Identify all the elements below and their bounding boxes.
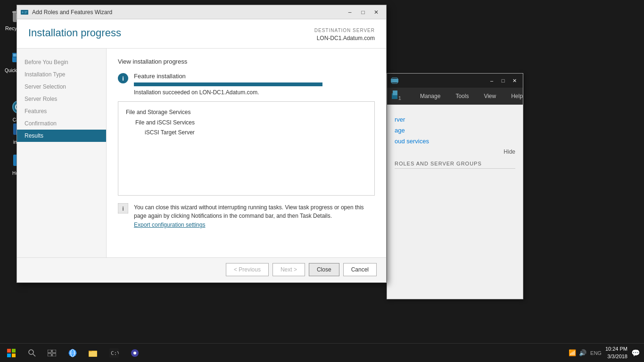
server-manager-content: rver age oud services Hide ROLES AND SER… — [387, 105, 523, 176]
note-text: You can close this wizard without interr… — [134, 203, 375, 220]
destination-value: LON-DC1.Adatum.com — [314, 34, 375, 42]
progress-success-text: Installation succeeded on LON-DC1.Adatum… — [134, 89, 322, 96]
wizard-body: Before You Begin Installation Type Serve… — [17, 49, 386, 257]
progress-bar-container — [134, 82, 322, 86]
cancel-button[interactable]: Cancel — [343, 263, 377, 276]
svg-line-32 — [33, 354, 35, 356]
sm-menu-manage[interactable]: Manage — [416, 91, 444, 101]
notification-center-icon[interactable]: 💬 — [631, 349, 640, 357]
task-view-icon — [48, 350, 56, 356]
svg-rect-27 — [7, 349, 11, 353]
nav-item-features[interactable]: Features — [17, 105, 106, 117]
close-button[interactable]: Close — [309, 263, 339, 276]
nav-item-server-selection[interactable]: Server Selection — [17, 81, 106, 93]
destination-label: DESTINATION SERVER — [314, 27, 375, 34]
volume-icon: 🔊 — [579, 349, 586, 356]
svg-rect-33 — [48, 350, 51, 353]
svg-point-48 — [133, 352, 136, 354]
taskbar-clock: 10:24 PM 3/3/2018 — [605, 346, 627, 360]
nav-item-before-you-begin[interactable]: Before You Begin — [17, 56, 106, 68]
server-manager-titlebar: – □ ✕ — [387, 74, 523, 88]
svg-text:i: i — [122, 205, 124, 212]
file-explorer-taskbar-icon[interactable] — [83, 344, 104, 362]
sm-link-age[interactable]: age — [395, 127, 515, 134]
progress-bar-fill — [134, 82, 322, 86]
progress-details: Feature installation Installation succee… — [134, 73, 322, 96]
ie-taskbar-icon[interactable] — [62, 344, 83, 362]
extra-taskbar-icon[interactable] — [124, 344, 145, 362]
server-manager-menubar: 1 Manage Tools View Help — [387, 88, 523, 105]
network-icon: 📶 — [569, 349, 576, 356]
svg-point-22 — [22, 11, 24, 13]
sm-minimize-button[interactable]: – — [487, 76, 496, 85]
svg-rect-24 — [25, 13, 26, 13]
nav-item-server-roles[interactable]: Server Roles — [17, 93, 106, 105]
svg-text:1: 1 — [398, 96, 401, 101]
feature-tree-box: File and Storage Services File and iSCSI… — [118, 101, 375, 196]
sm-menu-help[interactable]: Help — [507, 91, 527, 101]
svg-rect-35 — [48, 354, 51, 356]
wizard-title-icon — [21, 8, 28, 16]
sm-menu-view[interactable]: View — [480, 91, 500, 101]
sm-maximize-button[interactable]: □ — [498, 76, 508, 85]
svg-rect-28 — [12, 349, 16, 353]
taskbar-date-value: 3/3/2018 — [605, 353, 627, 360]
taskbar: C:\ 📶 🔊 ENG 10:24 PM 3/3/2018 💬 — [0, 343, 644, 362]
wizard-maximize-button[interactable]: □ — [357, 7, 369, 17]
internet-explorer-icon — [68, 348, 77, 358]
sm-hide-button[interactable]: Hide — [504, 148, 515, 155]
svg-rect-36 — [52, 354, 56, 356]
search-icon — [28, 349, 36, 357]
svg-rect-44 — [89, 352, 97, 356]
feature-install-label: Feature installation — [134, 73, 322, 80]
previous-button[interactable]: < Previous — [226, 263, 269, 276]
next-button[interactable]: Next > — [272, 263, 305, 276]
language-indicator: ENG — [590, 350, 602, 356]
server-manager-controls[interactable]: – □ ✕ — [487, 76, 519, 85]
systray: 📶 🔊 — [569, 349, 586, 356]
server-manager-logo: 1 — [392, 90, 405, 103]
info-icon: i — [118, 73, 128, 83]
destination-server: DESTINATION SERVER LON-DC1.Adatum.com — [314, 27, 375, 42]
command-prompt-icon: C:\ — [109, 348, 119, 358]
svg-rect-29 — [7, 354, 11, 357]
sm-close-button[interactable]: ✕ — [510, 76, 519, 85]
file-explorer-icon — [89, 349, 98, 357]
wizard-header: Installation progress DESTINATION SERVER… — [17, 19, 386, 49]
cmd-taskbar-icon[interactable]: C:\ — [104, 344, 124, 362]
sm-roles-section: ROLES AND SERVER GROUPS — [395, 161, 515, 169]
windows-logo-icon — [7, 349, 16, 357]
search-button[interactable] — [23, 344, 41, 362]
sm-menu-tools[interactable]: Tools — [452, 91, 472, 101]
nav-item-results[interactable]: Results — [17, 130, 106, 142]
wizard-main-title: Installation progress — [28, 27, 121, 39]
wizard-window: Add Roles and Features Wizard – □ ✕ Inst… — [17, 5, 387, 283]
settings-icon — [130, 348, 140, 358]
svg-point-31 — [29, 350, 33, 354]
wizard-close-button[interactable]: ✕ — [370, 7, 382, 17]
svg-rect-23 — [25, 11, 27, 12]
server-manager-icon — [391, 77, 398, 84]
note-content: You can close this wizard without interr… — [134, 203, 375, 229]
sm-link-rver[interactable]: rver — [395, 116, 515, 123]
start-button[interactable] — [0, 344, 23, 362]
wizard-nav: Before You Begin Installation Type Serve… — [17, 49, 107, 257]
nav-item-confirmation[interactable]: Confirmation — [17, 117, 106, 130]
tree-item-iscsi-target: iSCSI Target Server — [126, 128, 367, 138]
content-subtitle: View installation progress — [118, 58, 375, 65]
nav-item-installation-type[interactable]: Installation Type — [17, 68, 106, 81]
svg-rect-30 — [12, 354, 16, 357]
export-link[interactable]: Export configuration settings — [134, 222, 205, 228]
svg-rect-19 — [393, 90, 397, 95]
progress-section: i Feature installation Installation succ… — [118, 73, 375, 96]
wizard-main-content: View installation progress i Feature ins… — [107, 49, 386, 257]
wizard-title-text: Add Roles and Features Wizard — [32, 9, 112, 16]
wizard-window-controls[interactable]: – □ ✕ — [344, 7, 382, 17]
note-icon: i — [118, 203, 128, 214]
wizard-minimize-button[interactable]: – — [344, 7, 356, 17]
sm-link-cloud[interactable]: oud services — [395, 138, 515, 145]
wizard-footer: < Previous Next > Close Cancel — [17, 257, 386, 281]
wizard-titlebar: Add Roles and Features Wizard – □ ✕ — [17, 5, 386, 19]
taskbar-time-value: 10:24 PM — [605, 346, 627, 353]
task-view-button[interactable] — [41, 344, 62, 362]
